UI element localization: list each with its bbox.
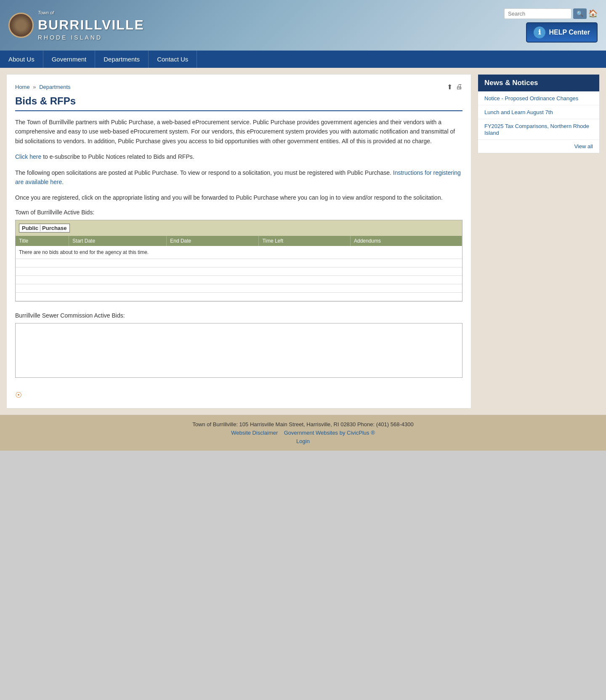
search-input[interactable] xyxy=(504,8,571,19)
public-purchase-header: PublicPurchase xyxy=(16,220,462,236)
news-link-2[interactable]: FY2025 Tax Comparisons, Northern Rhode I… xyxy=(484,123,589,136)
col-title: Title xyxy=(16,236,69,246)
nav-item-contact-us[interactable]: Contact Us xyxy=(149,51,197,68)
sewer-bids-title: Burrillville Sewer Commission Active Bid… xyxy=(15,312,462,319)
town-of-label: Town of xyxy=(38,10,54,15)
town-bids-table-wrapper: PublicPurchase Title Start Date End Date… xyxy=(15,220,462,302)
news-link-0[interactable]: Notice - Proposed Ordinance Changes xyxy=(484,95,578,102)
news-notices-panel: News & Notices Notice - Proposed Ordinan… xyxy=(478,74,600,153)
sewer-bids-box xyxy=(15,323,462,378)
col-time-left: Time Left xyxy=(259,236,351,246)
news-notices-header: News & Notices xyxy=(478,75,599,91)
breadcrumb-home[interactable]: Home xyxy=(15,84,30,90)
breadcrumb-separator: » xyxy=(33,84,36,90)
state-name: RHODE ISLAND xyxy=(38,34,144,41)
home-icon: 🏠 xyxy=(588,9,598,18)
col-addendums: Addendums xyxy=(351,236,462,246)
print-icon[interactable]: 🖨 xyxy=(456,83,462,91)
news-item-0: Notice - Proposed Ordinance Changes xyxy=(478,91,599,105)
help-center-button[interactable]: ℹ HELP Center xyxy=(526,22,598,43)
search-icon: 🔍 xyxy=(577,11,583,17)
sidebar: News & Notices Notice - Proposed Ordinan… xyxy=(478,74,600,409)
town-seal xyxy=(8,13,34,38)
disclaimer-link[interactable]: Website Disclaimer xyxy=(231,430,278,436)
subscribe-paragraph: Click here to e-subscribe to Public Noti… xyxy=(15,152,462,161)
registered-paragraph: Once you are registered, click on the ap… xyxy=(15,193,462,202)
col-end-date: End Date xyxy=(167,236,259,246)
footer: Town of Burrillville: 105 Harrisville Ma… xyxy=(0,415,606,451)
logo-area: Town of BURRILLVILLE RHODE ISLAND xyxy=(8,9,144,42)
breadcrumb-actions: ⬆ 🖨 xyxy=(447,83,462,91)
breadcrumb: Home » Departments ⬆ 🖨 xyxy=(15,83,462,91)
empty-row-3 xyxy=(16,275,462,284)
town-bids-table: Title Start Date End Date Time Left Adde… xyxy=(16,236,462,301)
city-name: BURRILLVILLE xyxy=(38,16,144,34)
news-link-1[interactable]: Lunch and Learn August 7th xyxy=(484,109,553,115)
page-title: Bids & RFPs xyxy=(15,95,462,111)
open-solicitations-text: The following open solicitations are pos… xyxy=(15,169,391,176)
breadcrumb-nav: Home » Departments xyxy=(15,84,71,90)
empty-row-5 xyxy=(16,292,462,301)
main-wrapper: Home » Departments ⬆ 🖨 Bids & RFPs The T… xyxy=(0,68,606,415)
town-bids-title: Town of Burrillville Active Bids: xyxy=(15,209,462,216)
search-button[interactable]: 🔍 xyxy=(573,8,587,19)
solicitations-paragraph: The following open solicitations are pos… xyxy=(15,168,462,187)
share-icon[interactable]: ⬆ xyxy=(447,83,452,91)
public-purchase-logo: PublicPurchase xyxy=(19,224,70,232)
search-bar: 🔍 🏠 xyxy=(504,8,598,19)
nav-item-departments[interactable]: Departments xyxy=(95,51,149,68)
intro-paragraph: The Town of Burrillville partners with P… xyxy=(15,118,462,146)
main-navigation: About Us Government Departments Contact … xyxy=(0,51,606,68)
empty-row-4 xyxy=(16,284,462,292)
login-link[interactable]: Login xyxy=(296,438,310,444)
info-icon: ℹ xyxy=(534,27,545,38)
nav-item-government[interactable]: Government xyxy=(43,51,96,68)
click-here-link[interactable]: Click here xyxy=(15,153,41,160)
civic-plus-link[interactable]: Government Websites by CivicPlus ® xyxy=(284,430,375,436)
empty-row-1 xyxy=(16,259,462,267)
footer-links: Website Disclaimer Government Websites b… xyxy=(6,430,600,436)
empty-row-2 xyxy=(16,267,462,275)
no-bids-row: There are no bids about to end for the a… xyxy=(16,246,462,259)
nav-item-about-us[interactable]: About Us xyxy=(0,51,43,68)
header-right: 🔍 🏠 ℹ HELP Center xyxy=(504,8,598,43)
content-area: Home » Departments ⬆ 🖨 Bids & RFPs The T… xyxy=(6,74,471,409)
logo-text: Town of BURRILLVILLE RHODE ISLAND xyxy=(38,9,144,42)
news-item-1: Lunch and Learn August 7th xyxy=(478,105,599,119)
subscribe-text: to e-subscribe to Public Notices related… xyxy=(41,153,194,160)
breadcrumb-departments[interactable]: Departments xyxy=(39,84,70,90)
footer-address: Town of Burrillville: 105 Harrisville Ma… xyxy=(6,421,600,427)
help-center-label: HELP Center xyxy=(549,29,590,36)
no-bids-message: There are no bids about to end for the a… xyxy=(16,246,462,259)
table-header-row: Title Start Date End Date Time Left Adde… xyxy=(16,236,462,246)
view-all-link[interactable]: View all xyxy=(478,140,599,153)
rss-icon[interactable]: ☉ xyxy=(15,390,22,400)
col-start-date: Start Date xyxy=(69,236,167,246)
news-item-2: FY2025 Tax Comparisons, Northern Rhode I… xyxy=(478,119,599,140)
home-button[interactable]: 🏠 xyxy=(588,9,598,18)
